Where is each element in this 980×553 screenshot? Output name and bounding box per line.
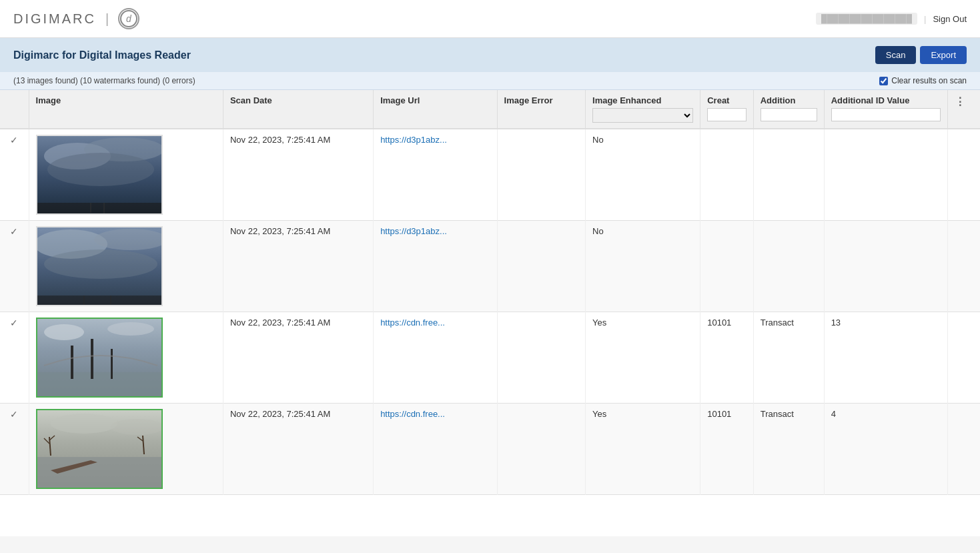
- row-additional: [753, 129, 824, 221]
- logo-icon: d: [118, 8, 139, 29]
- row-image-enhanced: Yes: [586, 404, 700, 495]
- sub-bar: (13 images found) (10 watermarks found) …: [0, 72, 980, 90]
- col-header-image-url: Image Url: [374, 90, 497, 129]
- clear-results-checkbox[interactable]: [879, 77, 888, 85]
- row-image-url: https://cdn.free...: [374, 312, 497, 404]
- row-options: [948, 129, 980, 221]
- table-row: ✓: [0, 312, 980, 404]
- row-options: [948, 221, 980, 312]
- clear-results-text: Clear results on scan: [891, 76, 967, 85]
- row-image-cell: [29, 129, 223, 221]
- image-thumbnail: [36, 226, 163, 306]
- svg-rect-13: [37, 296, 163, 306]
- row-image-enhanced: No: [586, 129, 700, 221]
- image-thumbnail: [36, 135, 163, 215]
- image-enhanced-filter[interactable]: Yes No: [592, 108, 693, 123]
- row-scan-date: Nov 22, 2023, 7:25:41 AM: [223, 404, 373, 495]
- row-image-url: https://d3p1abz...: [374, 221, 497, 312]
- results-table: Image Scan Date Image Url Image Error Im…: [0, 90, 980, 495]
- table-container: Image Scan Date Image Url Image Error Im…: [0, 90, 980, 536]
- row-image-error: [497, 404, 585, 495]
- col-header-image-error: Image Error: [497, 90, 585, 129]
- app-bar-buttons: Scan Export: [875, 46, 967, 64]
- row-additional: Transact: [753, 312, 824, 404]
- additional-id-filter[interactable]: [831, 108, 941, 121]
- logo-area: DIGIMARC | d: [13, 8, 139, 29]
- svg-rect-20: [111, 349, 113, 379]
- image-thumbnail: [36, 409, 163, 489]
- logo-divider: |: [105, 11, 109, 27]
- table-body: ✓: [0, 129, 980, 495]
- app-title: Digimarc for Digital Images Reader: [13, 49, 191, 61]
- row-image-url: https://d3p1abz...: [374, 129, 497, 221]
- row-options: [948, 404, 980, 495]
- svg-point-30: [51, 414, 117, 434]
- col-header-check: [0, 90, 29, 129]
- scan-summary: (13 images found) (10 watermarks found) …: [13, 76, 195, 85]
- app-bar: Digimarc for Digital Images Reader Scan …: [0, 38, 980, 72]
- col-header-options: ⋮: [948, 90, 980, 129]
- row-image-error: [497, 312, 585, 404]
- col-header-scan-date: Scan Date: [223, 90, 373, 129]
- row-scan-date: Nov 22, 2023, 7:25:41 AM: [223, 312, 373, 404]
- svg-point-12: [44, 249, 157, 279]
- svg-point-21: [44, 324, 84, 340]
- row-additional-id: [824, 221, 947, 312]
- table-row: ✓: [0, 221, 980, 312]
- row-additional-id: 4: [824, 404, 947, 495]
- creator-filter[interactable]: [707, 108, 746, 121]
- row-additional-id: [824, 129, 947, 221]
- row-image-url: https://cdn.free...: [374, 404, 497, 495]
- header-separator: |: [924, 14, 926, 24]
- row-check: ✓: [0, 221, 29, 312]
- additional-filter[interactable]: [761, 108, 817, 121]
- table-header-row: Image Scan Date Image Url Image Error Im…: [0, 90, 980, 129]
- clear-results-label[interactable]: Clear results on scan: [879, 76, 967, 85]
- table-row: ✓: [0, 404, 980, 495]
- export-button[interactable]: Export: [920, 46, 967, 64]
- row-additional: Transact: [753, 404, 824, 495]
- user-display: ████████████████: [816, 13, 917, 25]
- row-scan-date: Nov 22, 2023, 7:25:41 AM: [223, 129, 373, 221]
- row-check: ✓: [0, 312, 29, 404]
- row-image-cell: [29, 312, 223, 404]
- row-creator: 10101: [700, 312, 753, 404]
- row-additional: [753, 221, 824, 312]
- header-right: ████████████████ | Sign Out: [816, 13, 967, 25]
- col-header-additional: Addition: [753, 90, 824, 129]
- row-creator: [700, 129, 753, 221]
- row-creator: [700, 221, 753, 312]
- logo-text: DIGIMARC: [13, 11, 96, 27]
- row-creator: 10101: [700, 404, 753, 495]
- svg-text:d: d: [126, 13, 132, 24]
- col-header-creator: Creat: [700, 90, 753, 129]
- svg-rect-6: [37, 203, 163, 215]
- svg-rect-19: [91, 339, 93, 379]
- row-check: ✓: [0, 129, 29, 221]
- svg-rect-18: [71, 346, 73, 379]
- row-check: ✓: [0, 404, 29, 495]
- row-image-enhanced: No: [586, 221, 700, 312]
- table-row: ✓: [0, 129, 980, 221]
- row-image-error: [497, 221, 585, 312]
- svg-rect-17: [37, 372, 163, 398]
- col-header-image-enhanced: Image Enhanced Yes No: [586, 90, 700, 129]
- row-image-error: [497, 129, 585, 221]
- scan-button[interactable]: Scan: [875, 46, 917, 64]
- svg-point-31: [111, 419, 163, 435]
- image-thumbnail: [36, 318, 163, 398]
- row-image-cell: [29, 221, 223, 312]
- row-image-enhanced: Yes: [586, 312, 700, 404]
- col-header-image: Image: [29, 90, 223, 129]
- col-header-additional-id: Additional ID Value: [824, 90, 947, 129]
- row-options: [948, 312, 980, 404]
- svg-point-22: [107, 322, 154, 336]
- svg-point-5: [47, 153, 154, 186]
- column-options-icon[interactable]: ⋮: [955, 96, 965, 107]
- row-scan-date: Nov 22, 2023, 7:25:41 AM: [223, 221, 373, 312]
- header: DIGIMARC | d ████████████████ | Sign Out: [0, 0, 980, 38]
- row-image-cell: [29, 404, 223, 495]
- sign-out-link[interactable]: Sign Out: [933, 14, 967, 24]
- row-additional-id: 13: [824, 312, 947, 404]
